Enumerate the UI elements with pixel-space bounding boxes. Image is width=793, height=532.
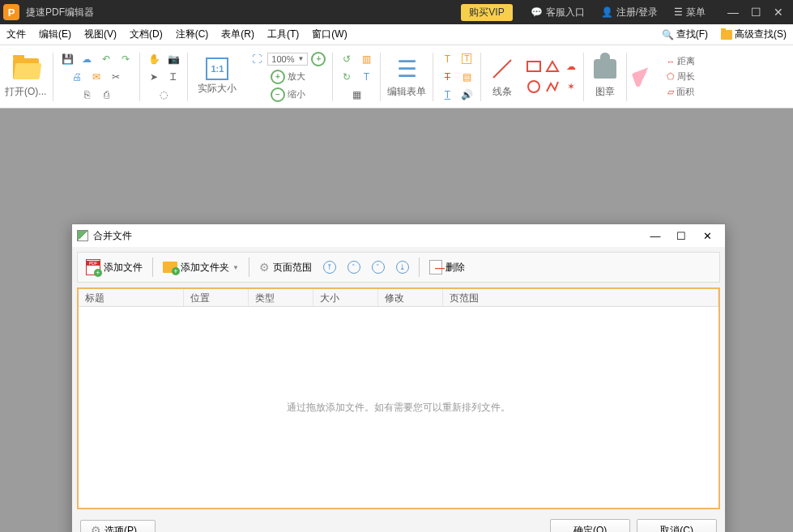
add-folder-label: 添加文件夹	[181, 261, 229, 275]
sound-tool[interactable]: 🔊	[458, 86, 475, 104]
find-button[interactable]: 🔍 查找(F)	[655, 28, 714, 41]
circle-tool[interactable]	[525, 78, 543, 96]
col-modified[interactable]: 修改	[378, 289, 443, 306]
eraser-button[interactable]	[632, 68, 656, 86]
dialog-titlebar: 合并文件 — ☐ ✕	[72, 224, 725, 247]
move-down-button[interactable]: ˅	[367, 258, 390, 276]
edit-form-button[interactable]: ☰ 编辑表单	[382, 51, 431, 102]
plus-circle-icon: +	[311, 52, 326, 66]
folder-open-icon	[13, 58, 39, 79]
rotate-left[interactable]: ↺	[338, 50, 356, 68]
mail-button[interactable]: ✉	[87, 68, 105, 86]
zoom-combo[interactable]: 100% ▼	[267, 53, 308, 66]
scan-button[interactable]: ⎙	[97, 86, 115, 104]
text-tool[interactable]: T	[357, 68, 375, 86]
col-page-range[interactable]: 页范围	[443, 289, 718, 306]
maximize-button[interactable]: ☐	[744, 0, 767, 24]
rotate-left-icon: ↺	[343, 53, 351, 65]
menu-file[interactable]: 文件	[0, 24, 32, 45]
cloud-tool[interactable]: ☁	[562, 57, 580, 75]
titlebar: P 捷速PDF编辑器 购买VIP 💬 客服入口 👤 注册/登录 ☰ 菜单 — ☐…	[0, 0, 793, 24]
file-list[interactable]: 标题 位置 类型 大小 修改 页范围 通过拖放添加文件。如有需要您可以重新排列文…	[77, 287, 720, 509]
menu-view[interactable]: 视图(V)	[78, 24, 123, 45]
cancel-button[interactable]: 取消(C)	[637, 519, 717, 533]
main-menu-button[interactable]: ☰ 菜单	[674, 6, 706, 19]
add-folder-button[interactable]: 添加文件夹 ▼	[158, 258, 244, 277]
menu-tools[interactable]: 工具(T)	[261, 24, 305, 45]
ok-button[interactable]: 确定(O)	[550, 519, 630, 533]
col-location[interactable]: 位置	[184, 289, 249, 306]
stamp-button[interactable]: 图章	[586, 51, 625, 102]
menu-document[interactable]: 文档(D)	[123, 24, 169, 45]
poly-tool[interactable]	[544, 57, 561, 75]
textbox-icon: T	[462, 53, 471, 64]
advanced-find-button[interactable]: 高级查找(S)	[714, 28, 793, 41]
move-top-button[interactable]: ⤒	[318, 258, 341, 276]
save-button[interactable]: 💾	[58, 50, 76, 68]
lines-dropdown[interactable]: 线条	[483, 51, 522, 102]
menu-comment[interactable]: 注释(C)	[169, 24, 215, 45]
star-tool[interactable]: ✶	[562, 78, 580, 96]
move-bottom-button[interactable]: ⤓	[391, 258, 414, 276]
speaker-icon: 🔊	[461, 89, 473, 100]
delete-button[interactable]: 删除	[424, 257, 470, 277]
edit-form-label: 编辑表单	[387, 85, 426, 99]
zoom-plus[interactable]: +	[309, 50, 327, 68]
login-link[interactable]: 👤 注册/登录	[601, 6, 658, 19]
page-range-label: 页面范围	[273, 261, 312, 275]
close-button[interactable]: ✕	[767, 0, 790, 24]
underline-tool[interactable]: T	[438, 86, 456, 104]
col-size[interactable]: 大小	[313, 289, 378, 306]
snapshot-tool[interactable]: 📷	[164, 50, 182, 68]
dialog-minimize[interactable]: —	[642, 230, 668, 242]
support-link[interactable]: 💬 客服入口	[531, 6, 585, 19]
dialog-maximize[interactable]: ☐	[668, 230, 694, 242]
lasso-tool[interactable]: ◌	[155, 86, 173, 104]
page-range-button[interactable]: ⚙ 页面范围	[254, 258, 317, 277]
add-file-button[interactable]: 添加文件	[81, 257, 147, 278]
copy-button[interactable]: ⎘	[78, 86, 96, 104]
perimeter-tool[interactable]: ⬠ 周长	[663, 69, 698, 84]
grid-icon: ▦	[352, 89, 361, 100]
strikeout-tool[interactable]: T	[438, 68, 456, 86]
col-title[interactable]: 标题	[79, 289, 184, 306]
open-label: 打开(O)...	[5, 85, 46, 99]
menu-window[interactable]: 窗口(W)	[305, 24, 353, 45]
table-body[interactable]: 通过拖放添加文件。如有需要您可以重新排列文件。	[79, 307, 718, 508]
area-tool[interactable]: ▱ 面积	[664, 84, 697, 100]
zoom-out-label: 缩小	[288, 88, 305, 100]
menu-form[interactable]: 表单(R)	[215, 24, 261, 45]
buy-vip-button[interactable]: 购买VIP	[461, 4, 512, 21]
note-tool[interactable]: ▤	[458, 68, 475, 86]
page-layout[interactable]: ▥	[357, 50, 375, 68]
text-select-tool[interactable]: Ꮖ	[164, 68, 182, 86]
options-button[interactable]: ⚙ 选项(P)...	[80, 520, 156, 533]
cloud-button[interactable]: ☁	[78, 50, 96, 68]
polyline-tool[interactable]	[544, 78, 561, 96]
undo-button[interactable]: ↶	[97, 50, 115, 68]
menu-edit[interactable]: 编辑(E)	[32, 24, 78, 45]
zoom-out-button[interactable]: − 缩小	[267, 86, 309, 104]
grid-tool[interactable]: ▦	[347, 86, 365, 104]
open-file-button[interactable]: 打开(O)...	[0, 51, 51, 102]
fit-page-button[interactable]: ⛶	[248, 50, 266, 68]
col-type[interactable]: 类型	[249, 289, 313, 306]
text-box-tool[interactable]: T	[458, 50, 475, 68]
rect-tool[interactable]	[525, 57, 543, 75]
select-tool[interactable]: ➤	[145, 68, 163, 86]
highlight-tool[interactable]: T	[438, 50, 456, 68]
move-up-button[interactable]: ˄	[343, 258, 365, 276]
redo-button[interactable]: ↷	[117, 50, 134, 68]
distance-tool[interactable]: ↔ 距离	[663, 53, 698, 69]
rotate-right[interactable]: ↻	[338, 68, 356, 86]
area-label: 面积	[676, 86, 694, 98]
hand-tool[interactable]: ✋	[145, 50, 163, 68]
minimize-button[interactable]: —	[722, 0, 744, 24]
dialog-close[interactable]: ✕	[694, 230, 720, 242]
print-button[interactable]: 🖨	[68, 68, 86, 86]
text-cursor-icon: Ꮖ	[170, 71, 177, 83]
move-bottom-icon: ⤓	[396, 261, 409, 274]
cut-button[interactable]: ✂	[107, 68, 125, 86]
actual-size-button[interactable]: 1:1 实际大小	[193, 54, 241, 99]
zoom-in-button[interactable]: + 放大	[267, 68, 309, 86]
